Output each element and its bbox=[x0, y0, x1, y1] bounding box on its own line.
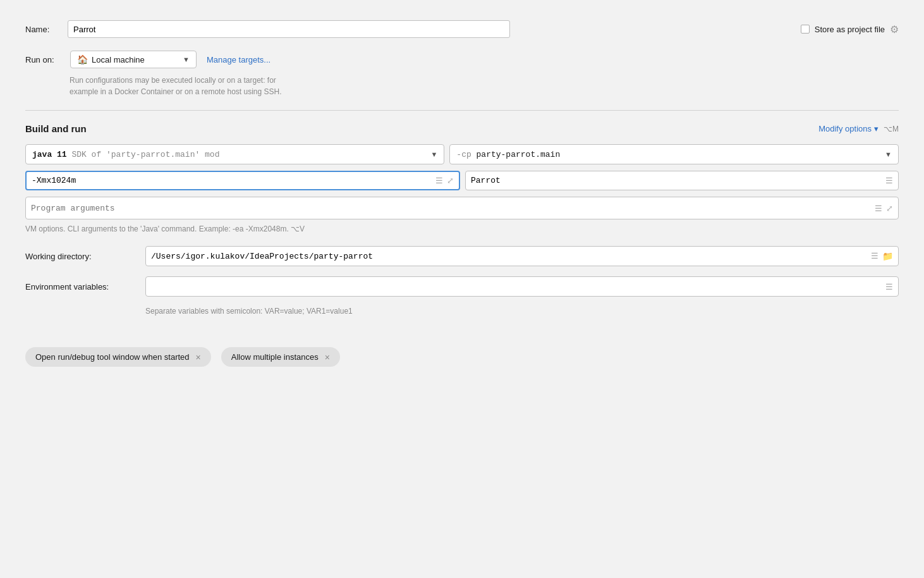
list-icon[interactable]: ☰ bbox=[871, 251, 878, 261]
expand-icon[interactable]: ⤢ bbox=[447, 176, 454, 185]
vm-hint: VM options. CLI arguments to the 'Java' … bbox=[25, 224, 899, 233]
env-vars-input-wrap: ☰ bbox=[145, 276, 899, 297]
chip-allow-multiple-instances-label: Allow multiple instances bbox=[231, 352, 319, 362]
runon-select-text: Local machine bbox=[92, 55, 179, 65]
main-class-wrap: ☰ bbox=[465, 171, 899, 190]
program-args-input[interactable] bbox=[26, 200, 870, 217]
chip-open-tool-window-close[interactable]: × bbox=[196, 353, 201, 362]
sdk-module-dim: SDK of 'party-parrot.main' mod bbox=[67, 150, 220, 159]
store-project-label: Store as project file bbox=[815, 25, 885, 34]
sdk-select-text: java 11 SDK of 'party-parrot.main' mod bbox=[32, 150, 427, 159]
list-icon[interactable]: ☰ bbox=[885, 282, 893, 292]
chip-open-tool-window-label: Open run/debug tool window when started bbox=[35, 352, 190, 362]
working-dir-input-wrap: ☰ 📁 bbox=[145, 246, 899, 266]
chip-allow-multiple-instances-close[interactable]: × bbox=[325, 353, 330, 362]
divider bbox=[25, 110, 899, 111]
store-project-checkbox[interactable] bbox=[801, 25, 810, 34]
program-args-wrap: ☰ ⤢ bbox=[25, 197, 899, 219]
working-dir-icons: ☰ 📁 bbox=[866, 251, 898, 261]
working-dir-label: Working directory: bbox=[25, 252, 145, 261]
env-vars-icons: ☰ bbox=[880, 282, 898, 292]
list-icon[interactable]: ☰ bbox=[885, 176, 893, 185]
runon-select[interactable]: 🏠 Local machine ▼ bbox=[70, 51, 197, 68]
cp-dim: -cp bbox=[456, 150, 471, 159]
runon-hint: Run configurations may be executed local… bbox=[70, 75, 899, 97]
modify-options-shortcut: ⌥M bbox=[884, 125, 899, 133]
env-vars-row: Environment variables: ☰ bbox=[25, 276, 899, 297]
expand-icon[interactable]: ⤢ bbox=[886, 204, 893, 213]
folder-icon[interactable]: 📁 bbox=[882, 251, 893, 261]
name-row: Name: Store as project file ⚙ bbox=[25, 20, 899, 38]
section-title: Build and run bbox=[25, 123, 87, 134]
env-vars-input[interactable] bbox=[146, 280, 880, 294]
chevron-down-icon: ▼ bbox=[183, 56, 190, 63]
sdk-row: java 11 SDK of 'party-parrot.main' mod ▼… bbox=[25, 144, 899, 164]
vm-options-wrap: ☰ ⤢ bbox=[25, 171, 460, 190]
env-vars-label: Environment variables: bbox=[25, 282, 145, 292]
vm-main-row: ☰ ⤢ ☰ bbox=[25, 171, 899, 190]
runon-row: Run on: 🏠 Local machine ▼ Manage targets… bbox=[25, 51, 899, 68]
sdk-chevron-down-icon: ▼ bbox=[430, 151, 437, 158]
run-config-dialog: Name: Store as project file ⚙ Run on: 🏠 … bbox=[0, 0, 924, 578]
chevron-down-icon: ▾ bbox=[874, 124, 878, 133]
cp-select-text: -cp party-parrot.main bbox=[456, 150, 881, 159]
section-header: Build and run Modify options ▾ ⌥M bbox=[25, 123, 899, 134]
list-icon[interactable]: ☰ bbox=[875, 204, 882, 213]
chips-row: Open run/debug tool window when started … bbox=[25, 347, 899, 367]
modify-options-label: Modify options bbox=[818, 124, 872, 133]
main-class-input[interactable] bbox=[466, 172, 880, 189]
name-label: Name: bbox=[25, 25, 60, 34]
cp-bold: party-parrot.main bbox=[471, 150, 560, 159]
cp-chevron-down-icon: ▼ bbox=[885, 151, 892, 158]
cp-select[interactable]: -cp party-parrot.main ▼ bbox=[449, 144, 899, 164]
store-project-file-row: Store as project file ⚙ bbox=[801, 23, 899, 35]
gear-icon[interactable]: ⚙ bbox=[890, 23, 899, 35]
working-dir-row: Working directory: ☰ 📁 bbox=[25, 246, 899, 266]
name-left: Name: bbox=[25, 20, 801, 38]
env-hint: Separate variables with semicolon: VAR=v… bbox=[145, 307, 899, 316]
prog-args-icons: ☰ ⤢ bbox=[870, 204, 898, 213]
main-class-icons: ☰ bbox=[880, 176, 898, 185]
chip-allow-multiple-instances: Allow multiple instances × bbox=[221, 347, 340, 367]
manage-targets-link[interactable]: Manage targets... bbox=[207, 55, 271, 65]
chip-open-tool-window: Open run/debug tool window when started … bbox=[25, 347, 211, 367]
working-dir-input[interactable] bbox=[146, 249, 866, 264]
house-icon: 🏠 bbox=[77, 54, 88, 65]
sdk-version-bold: java 11 bbox=[32, 150, 67, 159]
vm-icons: ☰ ⤢ bbox=[430, 176, 459, 185]
runon-label: Run on: bbox=[25, 55, 60, 65]
vm-options-input[interactable] bbox=[27, 172, 430, 189]
modify-options-button[interactable]: Modify options ▾ ⌥M bbox=[818, 124, 899, 133]
sdk-select[interactable]: java 11 SDK of 'party-parrot.main' mod ▼ bbox=[25, 144, 444, 164]
name-input[interactable] bbox=[68, 20, 510, 38]
list-icon[interactable]: ☰ bbox=[435, 176, 443, 185]
